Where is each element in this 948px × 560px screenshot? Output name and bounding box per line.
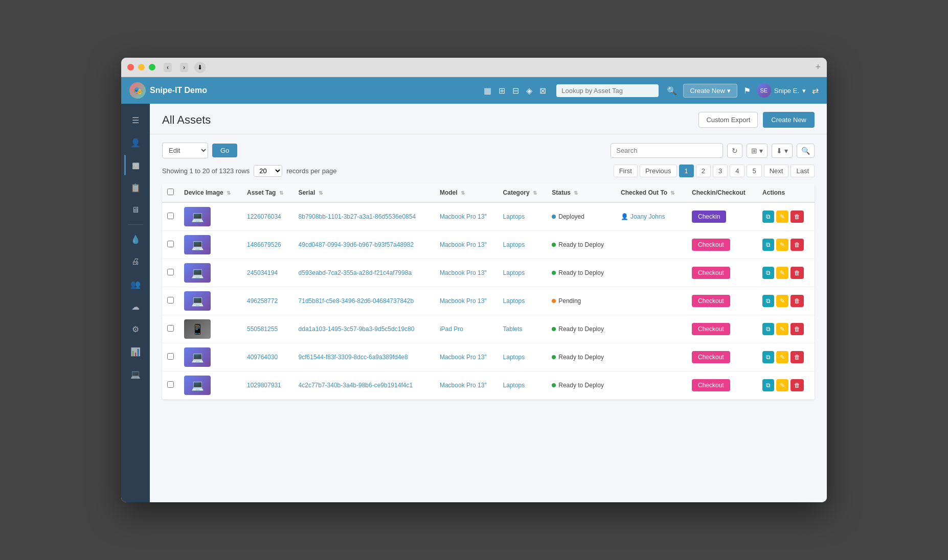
row-checkbox[interactable] <box>167 269 174 275</box>
sidebar-item-reports[interactable]: ☁ <box>124 296 147 317</box>
sidebar-item-licenses[interactable]: 📋 <box>124 177 147 198</box>
model-link[interactable]: Macbook Pro 13" <box>440 213 487 220</box>
create-new-button[interactable]: Create New <box>763 112 815 128</box>
category-link[interactable]: Laptops <box>503 382 525 389</box>
model-link[interactable]: Macbook Pro 13" <box>440 354 487 361</box>
checkout-button[interactable]: Checkout <box>692 295 730 307</box>
sidebar-item-analytics[interactable]: 📊 <box>124 341 147 362</box>
sidebar-item-assets[interactable]: ▦ <box>124 155 147 175</box>
asset-tag-link[interactable]: 409764030 <box>247 354 278 361</box>
checked-out-link[interactable]: Joany Johns <box>630 213 665 220</box>
share-icon[interactable]: ⇄ <box>812 86 819 96</box>
serial-link[interactable]: 8b7908bb-1101-3b27-a3a1-86d5536e0854 <box>299 213 416 220</box>
delete-button[interactable]: 🗑 <box>791 379 804 391</box>
copy-button[interactable]: ⧉ <box>762 211 774 223</box>
checkout-button[interactable]: Checkout <box>692 323 730 335</box>
category-link[interactable]: Laptops <box>503 354 525 361</box>
serial-link[interactable]: 4c2c77b7-340b-3a4b-98b6-ce9b1914f4c1 <box>299 382 413 389</box>
next-page-button[interactable]: Next <box>764 165 789 177</box>
download-button[interactable]: ⬇ <box>194 62 206 73</box>
asset-tag-search-input[interactable] <box>556 84 659 97</box>
copy-button[interactable]: ⧉ <box>762 379 774 391</box>
page-3-button[interactable]: 3 <box>713 165 728 177</box>
search-icon[interactable]: 🔍 <box>667 86 677 96</box>
delete-button[interactable]: 🗑 <box>791 267 804 279</box>
model-link[interactable]: iPad Pro <box>440 325 463 333</box>
row-checkbox[interactable] <box>167 297 174 304</box>
grid-icon[interactable]: ▦ <box>484 86 491 96</box>
copy-button[interactable]: ⧉ <box>762 239 774 251</box>
monitor-icon[interactable]: ⊟ <box>512 86 519 96</box>
go-button[interactable]: Go <box>212 144 237 157</box>
select-all-checkbox[interactable] <box>167 189 174 195</box>
sidebar-item-accessories[interactable]: 🖥 <box>124 200 147 220</box>
maximize-button[interactable] <box>149 64 155 71</box>
model-link[interactable]: Macbook Pro 13" <box>440 297 487 305</box>
first-page-button[interactable]: First <box>614 165 638 177</box>
serial-link[interactable]: dda1a103-1495-3c57-9ba3-9d5c5dc19c80 <box>299 325 415 333</box>
per-page-select[interactable]: 20 50 100 <box>254 165 282 177</box>
page-1-button[interactable]: 1 <box>679 165 694 177</box>
navbar-user[interactable]: SE Snipe E. ▾ <box>757 83 806 98</box>
minimize-button[interactable] <box>138 64 145 71</box>
refresh-button[interactable]: ↻ <box>727 144 742 158</box>
category-link[interactable]: Laptops <box>503 269 525 276</box>
forward-button[interactable]: › <box>180 63 188 72</box>
fullscreen-button[interactable]: 🔍 <box>797 144 815 158</box>
droplet-icon[interactable]: ◈ <box>526 86 532 96</box>
checkin-button[interactable]: Checkin <box>692 211 726 223</box>
category-link[interactable]: Tablets <box>503 325 523 333</box>
edit-button[interactable]: ✎ <box>776 267 788 279</box>
serial-link[interactable]: 9cf61544-f83f-3309-8dcc-6a9a389fd4e8 <box>299 354 408 361</box>
edit-button[interactable]: ✎ <box>776 295 788 307</box>
copy-button[interactable]: ⧉ <box>762 267 774 279</box>
serial-link[interactable]: 49cd0487-0994-39d6-b967-b93f57a48982 <box>299 241 414 248</box>
row-checkbox[interactable] <box>167 213 174 219</box>
search-input[interactable] <box>611 143 723 158</box>
row-checkbox[interactable] <box>167 381 174 388</box>
edit-button[interactable]: ✎ <box>776 211 788 223</box>
sidebar-hamburger[interactable]: ☰ <box>124 110 147 130</box>
asset-tag-link[interactable]: 1486679526 <box>247 241 281 248</box>
sidebar-item-settings[interactable]: ⚙ <box>124 319 147 339</box>
row-checkbox[interactable] <box>167 353 174 360</box>
copy-button[interactable]: ⧉ <box>762 295 774 307</box>
asset-tag-link[interactable]: 1226076034 <box>247 213 281 220</box>
custom-export-button[interactable]: Custom Export <box>698 112 758 128</box>
delete-button[interactable]: 🗑 <box>791 239 804 251</box>
sidebar-item-dashboard[interactable]: 👤 <box>124 132 147 153</box>
sidebar-item-hardware[interactable]: 💻 <box>124 364 147 384</box>
page-4-button[interactable]: 4 <box>730 165 744 177</box>
serial-link[interactable]: d593eabd-7ca2-355a-a28d-f21c4af7998a <box>299 269 412 276</box>
sidebar-item-consumables[interactable]: 💧 <box>124 229 147 249</box>
bulk-action-select[interactable]: Edit <box>162 143 208 158</box>
asset-tag-link[interactable]: 245034194 <box>247 269 278 276</box>
edit-button[interactable]: ✎ <box>776 351 788 363</box>
checkout-button[interactable]: Checkout <box>692 267 730 279</box>
delete-button[interactable]: 🗑 <box>791 323 804 335</box>
last-page-button[interactable]: Last <box>791 165 815 177</box>
back-button[interactable]: ‹ <box>164 63 172 72</box>
table-icon[interactable]: ⊞ <box>499 86 505 96</box>
close-button[interactable] <box>127 64 134 71</box>
delete-button[interactable]: 🗑 <box>791 211 804 223</box>
printer-icon[interactable]: ⊠ <box>539 86 546 96</box>
model-link[interactable]: Macbook Pro 13" <box>440 382 487 389</box>
edit-button[interactable]: ✎ <box>776 379 788 391</box>
checkout-button[interactable]: Checkout <box>692 379 730 391</box>
model-link[interactable]: Macbook Pro 13" <box>440 241 487 248</box>
columns-button[interactable]: ⊞ ▾ <box>747 144 768 158</box>
asset-tag-link[interactable]: 550581255 <box>247 325 278 333</box>
navbar-create-new-button[interactable]: Create New ▾ <box>683 84 737 98</box>
copy-button[interactable]: ⧉ <box>762 323 774 335</box>
edit-button[interactable]: ✎ <box>776 239 788 251</box>
page-5-button[interactable]: 5 <box>747 165 761 177</box>
delete-button[interactable]: 🗑 <box>791 351 804 363</box>
new-tab-button[interactable]: + <box>815 62 821 73</box>
checkout-button[interactable]: Checkout <box>692 239 730 251</box>
category-link[interactable]: Laptops <box>503 241 525 248</box>
asset-tag-link[interactable]: 1029807931 <box>247 382 281 389</box>
row-checkbox[interactable] <box>167 241 174 247</box>
export-button[interactable]: ⬇ ▾ <box>772 144 793 158</box>
model-link[interactable]: Macbook Pro 13" <box>440 269 487 276</box>
